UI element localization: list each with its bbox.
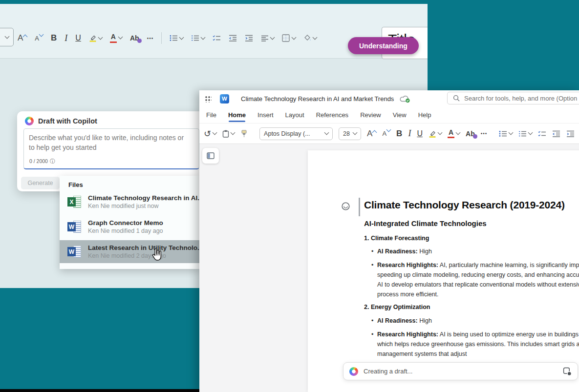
font-color-button[interactable]: A — [448, 129, 460, 138]
italic-button[interactable]: I — [64, 33, 67, 43]
bullet-list-button[interactable] — [170, 35, 183, 41]
checklist-button[interactable] — [538, 130, 546, 137]
search-input[interactable]: Search for tools, help, and more (Option — [447, 92, 579, 104]
more-formatting-button[interactable]: ••• — [147, 36, 154, 41]
underline-button[interactable]: U — [75, 34, 81, 42]
font-name-combo[interactable]: Aptos Display (... — [259, 127, 333, 140]
format-painter-button[interactable] — [240, 130, 248, 138]
undo-icon: ↺ — [204, 129, 211, 138]
indent-button[interactable] — [566, 130, 575, 137]
files-panel-header: Files — [60, 176, 199, 188]
undo-button[interactable]: ↺ — [204, 129, 216, 138]
screen-edge-strip — [0, 389, 199, 392]
clear-format-button[interactable]: Ab — [130, 34, 139, 42]
clear-format-button[interactable]: Ab — [466, 130, 475, 138]
document-page[interactable]: Climate Technology Research (2019-2024) … — [308, 150, 579, 392]
cloud-saved-icon[interactable] — [400, 95, 411, 103]
highlight-button[interactable] — [89, 34, 102, 42]
grow-font-button[interactable]: A — [367, 129, 376, 139]
font-color-icon: A — [110, 33, 117, 42]
shrink-font-button[interactable]: A — [35, 35, 43, 42]
word-app-icon: W — [220, 94, 229, 103]
checklist-button[interactable] — [213, 35, 221, 41]
bold-icon: B — [396, 129, 402, 139]
file-meta: Ken Nie modified 2 days ago — [88, 252, 203, 259]
file-item-climate-research[interactable]: X Climate Technology Research in AI... K… — [60, 190, 199, 213]
shrink-font-button[interactable]: A — [382, 130, 390, 137]
navigation-pane-button[interactable] — [202, 148, 219, 164]
word-window: W Climate Technology Research in AI and … — [199, 90, 579, 392]
numbered-list-icon — [518, 130, 527, 137]
shrink-font-icon: A — [382, 130, 386, 137]
underline-button[interactable]: U — [417, 129, 423, 138]
tab-file[interactable]: File — [206, 111, 216, 119]
doc-heading-1: Climate Technology Research (2019-2024) — [364, 199, 565, 211]
font-size-combo-partial[interactable] — [0, 28, 14, 46]
menu-bar: File Home Insert Layout References Revie… — [199, 107, 579, 123]
outdent-icon — [229, 35, 237, 41]
generate-button[interactable]: Generate — [21, 177, 60, 189]
stop-icon[interactable] — [563, 367, 572, 376]
doc-section-1-heading: 1. Climate Forecasting — [364, 235, 429, 242]
font-color-button[interactable]: A — [110, 33, 122, 42]
chevron-down-icon — [213, 130, 217, 135]
numbered-list-button[interactable] — [518, 130, 532, 137]
tab-review[interactable]: Review — [360, 111, 381, 119]
file-meta: Ken Nie modified just now — [88, 203, 203, 209]
copilot-outline-icon[interactable] — [341, 202, 350, 211]
paste-button[interactable] — [222, 130, 235, 138]
shrink-font-icon: A — [35, 35, 39, 42]
copilot-logo-icon — [349, 367, 358, 376]
file-item-graph-connector-memo[interactable]: W Graph Connector Memo Ken Nie modified … — [60, 215, 199, 238]
table-button[interactable] — [282, 34, 296, 42]
table-icon — [282, 34, 290, 42]
italic-button[interactable]: I — [408, 128, 411, 139]
bullet-list-button[interactable] — [499, 130, 513, 137]
tab-insert[interactable]: Insert — [257, 111, 274, 119]
doc-section-2-heading: 2. Energy Optimization — [364, 304, 430, 310]
checklist-icon — [538, 130, 546, 137]
chevron-down-icon — [98, 35, 103, 40]
shading-button[interactable] — [303, 34, 317, 42]
tab-help[interactable]: Help — [418, 111, 431, 119]
indent-button[interactable] — [245, 35, 253, 41]
tab-references[interactable]: References — [316, 111, 348, 119]
font-size-combo[interactable]: 28 — [339, 127, 361, 140]
chevron-down-icon — [528, 130, 533, 135]
chevron-down-icon — [456, 130, 461, 135]
chevron-down-icon — [324, 130, 329, 135]
caret-up-icon — [23, 35, 28, 40]
alignment-button[interactable] — [261, 35, 274, 41]
numbered-list-button[interactable] — [191, 35, 205, 41]
prompt-placeholder-line2: to help get you started — [29, 143, 194, 152]
ribbon-toolbar: ↺ Aptos Display (... 28 A A B I U A Ab •… — [199, 123, 579, 144]
highlight-button[interactable] — [429, 130, 442, 138]
chevron-down-icon — [231, 130, 236, 135]
file-name: Graph Connector Memo — [88, 219, 163, 227]
search-icon — [453, 95, 460, 102]
badge-label: Understanding — [359, 42, 407, 50]
app-launcher-icon[interactable] — [204, 95, 212, 103]
chevron-down-icon — [179, 35, 184, 40]
grow-font-button[interactable]: A — [18, 33, 27, 43]
outdent-icon — [552, 130, 560, 137]
outdent-button[interactable] — [229, 35, 237, 41]
bold-button[interactable]: B — [396, 129, 402, 139]
tab-view[interactable]: View — [393, 111, 407, 119]
tab-home[interactable]: Home — [228, 111, 246, 119]
doc-text-line: which helps reduce greenhouse gas emissi… — [377, 341, 579, 348]
outdent-button[interactable] — [552, 130, 560, 137]
more-formatting-button[interactable]: ••• — [481, 131, 488, 136]
chevron-down-icon — [353, 130, 358, 135]
toolbar-divider — [161, 32, 162, 44]
generate-button-label: Generate — [27, 180, 53, 186]
copilot-prompt-input[interactable]: Describe what you'd like to write, inclu… — [23, 128, 199, 169]
document-title[interactable]: Climate Technology Research in AI and Ma… — [241, 95, 394, 103]
underline-icon: U — [75, 34, 81, 42]
tab-layout[interactable]: Layout — [285, 111, 304, 119]
bold-button[interactable]: B — [51, 33, 57, 43]
file-item-latest-research-utility[interactable]: W Latest Research in Utility Technolo...… — [60, 240, 199, 263]
heading-selection-bar — [359, 198, 360, 216]
titlebar: W Climate Technology Research in AI and … — [199, 90, 579, 107]
indent-icon — [245, 35, 253, 41]
